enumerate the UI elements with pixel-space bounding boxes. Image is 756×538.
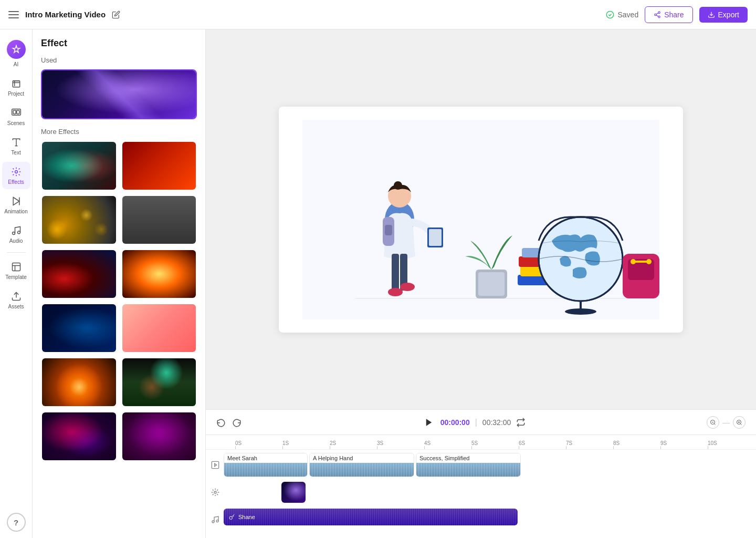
svg-rect-13	[16, 110, 19, 114]
sidebar-item-audio[interactable]: Audio	[2, 221, 30, 248]
ruler-label-8s: 8S	[613, 440, 620, 446]
main-content: AI Project Scenes	[0, 29, 756, 538]
clip-wave-1	[224, 463, 307, 477]
clip-meet-sarah[interactable]: Meet Sarah	[224, 453, 308, 477]
sidebar-label-effects: Effects	[8, 179, 24, 185]
loop-button[interactable]	[516, 418, 526, 427]
sidebar-item-assets[interactable]: Assets	[2, 286, 30, 314]
svg-point-18	[17, 231, 20, 234]
clip-success-simplified[interactable]: Success, Simplified	[416, 453, 521, 477]
effect-thumb-4[interactable]	[121, 195, 197, 245]
sidebar-label-template: Template	[5, 274, 27, 280]
audio-label-shane: Shane	[238, 514, 255, 520]
sidebar-label-audio: Audio	[9, 238, 23, 244]
svg-line-4	[656, 15, 658, 16]
sidebar: AI Project Scenes	[0, 29, 33, 538]
ruler-label-9s: 9S	[660, 440, 667, 446]
play-button[interactable]	[423, 416, 435, 429]
svg-rect-59	[212, 461, 218, 468]
sidebar-item-effects[interactable]: Effects	[2, 162, 30, 189]
redo-button[interactable]	[232, 418, 242, 427]
svg-line-53	[714, 423, 715, 425]
effect-thumb-9[interactable]	[41, 357, 117, 407]
audio-clip-shane[interactable]: Shane	[224, 509, 518, 525]
effect-thumb-8[interactable]	[121, 303, 197, 353]
svg-point-61	[214, 491, 216, 493]
zoom-in-button[interactable]	[733, 416, 746, 429]
svg-point-64	[229, 516, 233, 520]
effect-thumb-7[interactable]	[41, 303, 117, 353]
effect-thumb-12[interactable]	[121, 411, 197, 461]
header-right: Saved Share Export	[606, 6, 748, 23]
menu-button[interactable]	[8, 9, 19, 20]
effect-thumb-6[interactable]	[121, 249, 197, 299]
project-title: Intro Marketing Video	[25, 10, 106, 19]
ruler-label-3s: 3S	[377, 440, 383, 446]
controls-center: 00:00:00 | 00:32:00	[423, 416, 526, 429]
edit-title-icon[interactable]	[112, 11, 120, 19]
svg-point-0	[607, 11, 614, 18]
svg-point-30	[388, 288, 403, 296]
header-left: Intro Marketing Video	[8, 9, 120, 20]
audio-icon	[10, 225, 22, 236]
text-icon	[10, 137, 22, 148]
svg-marker-60	[215, 463, 217, 466]
sidebar-item-template[interactable]: Template	[2, 257, 30, 284]
svg-rect-41	[478, 272, 505, 296]
timeline-tracks: Meet Sarah A Helping Hand Success, Simpl…	[206, 450, 756, 538]
preview-canvas	[279, 107, 683, 333]
sidebar-item-text[interactable]: Text	[2, 132, 30, 160]
assets-icon	[10, 291, 22, 302]
svg-point-27	[394, 181, 402, 190]
clip-helping-hand[interactable]: A Helping Hand	[309, 453, 414, 477]
svg-rect-50	[632, 261, 650, 263]
svg-point-16	[15, 171, 17, 173]
timeline-ruler: 0S 1S 2S 3S	[206, 435, 756, 450]
sidebar-item-scenes[interactable]: Scenes	[2, 103, 30, 130]
svg-line-56	[740, 423, 741, 425]
zoom-out-button[interactable]	[707, 416, 719, 429]
help-button[interactable]: ?	[7, 513, 26, 532]
effect-thumb-2[interactable]	[121, 141, 197, 191]
time-separator: |	[475, 418, 477, 427]
animation-icon	[10, 195, 22, 207]
effect-thumb-11[interactable]	[41, 411, 117, 461]
sidebar-label-project: Project	[8, 91, 24, 97]
effect-clip-1[interactable]	[281, 482, 306, 503]
ruler-label-4s: 4S	[424, 440, 430, 446]
ruler-label-2s: 2S	[330, 440, 336, 446]
ruler-label-0s: 0S	[235, 440, 242, 446]
undo-button[interactable]	[216, 418, 226, 427]
effect-thumb-5[interactable]	[41, 249, 117, 299]
effect-thumb-1[interactable]	[41, 141, 117, 191]
effect-thumb-10[interactable]	[121, 357, 197, 407]
share-button[interactable]: Share	[645, 6, 692, 23]
ruler-label-6s: 6S	[519, 440, 525, 446]
scenes-icon	[10, 107, 22, 119]
effect-thumb-3[interactable]	[41, 195, 117, 245]
svg-rect-12	[13, 110, 16, 114]
effect-track-icon	[210, 487, 220, 498]
sidebar-item-animation[interactable]: Animation	[2, 191, 30, 219]
ai-icon	[7, 40, 26, 59]
used-section-label: Used	[41, 56, 197, 64]
sidebar-label-assets: Assets	[8, 304, 24, 309]
export-icon	[708, 11, 715, 18]
effect-thumb-used-1[interactable]	[41, 69, 197, 119]
sidebar-item-ai[interactable]: AI	[2, 36, 30, 71]
redo-icon	[232, 418, 242, 427]
ruler-label-5s: 5S	[471, 440, 478, 446]
sidebar-label-text: Text	[11, 150, 20, 156]
svg-line-5	[656, 13, 658, 14]
ruler-label-10s: 10S	[708, 440, 717, 446]
preview-illustration	[302, 120, 659, 319]
sidebar-item-project[interactable]: Project	[2, 74, 30, 101]
ruler-label-7s: 7S	[566, 440, 572, 446]
svg-point-62	[212, 521, 214, 523]
export-button[interactable]: Export	[699, 7, 748, 23]
svg-point-2	[655, 14, 657, 16]
video-clips: Meet Sarah A Helping Hand Success, Simpl…	[224, 453, 752, 477]
preview-container	[206, 29, 756, 409]
share-icon	[654, 11, 661, 18]
undo-icon	[216, 418, 226, 427]
